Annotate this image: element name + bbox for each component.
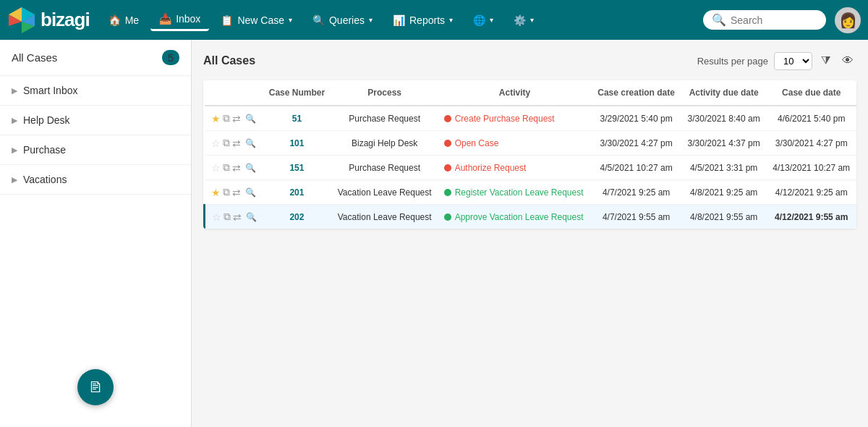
process-name: Purchase Request <box>349 163 420 173</box>
nav-reports[interactable]: 📊 Reports ▾ <box>384 10 461 30</box>
search-row-icon[interactable]: 🔍 <box>245 163 256 173</box>
delegate-icon[interactable]: ⇄ <box>232 162 241 174</box>
star-icon[interactable]: ☆ <box>211 138 221 149</box>
case-due-cell: 3/30/2021 4:27 pm <box>766 131 856 156</box>
search-input[interactable] <box>731 14 817 26</box>
filter-icon[interactable]: ⧩ <box>818 51 833 70</box>
reports-caret-icon: ▾ <box>449 16 453 24</box>
results-per-page-label: Results per page <box>697 56 768 67</box>
delegate-icon[interactable]: ⇄ <box>233 211 242 223</box>
activity-label[interactable]: Create Purchase Request <box>455 114 555 124</box>
activity-status-dot <box>444 140 451 147</box>
queries-caret-icon: ▾ <box>369 16 373 24</box>
delegate-icon[interactable]: ⇄ <box>232 138 241 149</box>
case-number[interactable]: 151 <box>289 163 304 173</box>
nav-queries[interactable]: 🔍 Queries ▾ <box>304 10 381 30</box>
row-actions-cell: ★ ⧉ ⇄ 🔍 <box>205 180 263 205</box>
activity-status-dot <box>444 115 451 122</box>
copy-icon[interactable]: ⧉ <box>223 186 230 198</box>
case-creation-date: 3/29/2021 5:40 pm <box>600 114 673 124</box>
header-row: Case Number Process Activity Case creati… <box>205 80 857 106</box>
activity-link[interactable]: Authorize Request <box>444 163 586 173</box>
table-row: ☆ ⧉ ⇄ 🔍 101 Bizagi Help Desk Open Case <box>205 131 857 156</box>
copy-icon[interactable]: ⧉ <box>224 211 231 223</box>
inbox-icon: 📥 <box>159 13 171 25</box>
process-name: Bizagi Help Desk <box>352 138 417 148</box>
nav-newcase-label: New Case <box>237 14 284 26</box>
nav-settings[interactable]: ⚙️ ▾ <box>505 10 542 30</box>
table-body: ★ ⧉ ⇄ 🔍 51 Purchase Request Create Purch… <box>205 106 857 229</box>
activity-due-cell: 4/8/2021 9:25 am <box>681 180 767 205</box>
search-row-icon[interactable]: 🔍 <box>246 212 257 222</box>
content-header: All Cases Results per page 10 25 50 ⧩ 👁 <box>203 51 856 70</box>
col-case-creation: Case creation date <box>591 80 681 106</box>
sidebar-item-purchase[interactable]: ▶ Purchase <box>0 135 191 165</box>
table-row: ☆ ⧉ ⇄ 🔍 151 Purchase Request Authorize R… <box>205 156 857 180</box>
activity-due-cell: 4/5/2021 3:31 pm <box>681 156 767 180</box>
activity-link[interactable]: Create Purchase Request <box>444 114 586 124</box>
col-activity-due: Activity due date <box>681 80 767 106</box>
case-number[interactable]: 202 <box>289 212 304 222</box>
activity-label[interactable]: Approve Vacation Leave Request <box>455 212 584 222</box>
activity-status-dot <box>444 164 451 172</box>
chevron-right-icon-smart: ▶ <box>12 86 17 96</box>
sidebar-item-vacations[interactable]: ▶ Vacations <box>0 165 191 195</box>
all-cases-header[interactable]: All Cases 5 <box>0 40 191 76</box>
activity-link[interactable]: Approve Vacation Leave Request <box>444 212 586 222</box>
content-title: All Cases <box>203 54 255 67</box>
case-due-date: 4/6/2021 5:40 pm <box>778 114 845 124</box>
row-actions-cell: ☆ ⧉ ⇄ 🔍 <box>205 156 263 180</box>
activity-label[interactable]: Authorize Request <box>455 163 527 173</box>
search-box[interactable]: 🔍 <box>703 10 826 30</box>
search-row-icon[interactable]: 🔍 <box>245 114 256 124</box>
delegate-icon[interactable]: ⇄ <box>232 113 241 124</box>
search-row-icon[interactable]: 🔍 <box>245 138 256 148</box>
case-number[interactable]: 201 <box>289 187 304 198</box>
row-actions-cell: ★ ⧉ ⇄ 🔍 <box>205 106 263 131</box>
avatar[interactable]: 👩 <box>835 7 861 33</box>
copy-icon[interactable]: ⧉ <box>223 161 230 174</box>
logo-area[interactable]: bizagi <box>7 6 90 35</box>
search-row-icon[interactable]: 🔍 <box>245 187 256 198</box>
case-creation-cell: 3/30/2021 4:27 pm <box>591 131 681 156</box>
sidebar-item-smart-inbox[interactable]: ▶ Smart Inbox <box>0 76 191 106</box>
star-icon[interactable]: ☆ <box>212 211 221 223</box>
case-due-date: 4/13/2021 10:27 am <box>773 163 850 173</box>
gear-icon: ⚙️ <box>514 14 526 26</box>
case-number[interactable]: 101 <box>289 138 304 148</box>
sidebar-help-desk-label: Help Desk <box>23 114 70 126</box>
copy-icon[interactable]: ⧉ <box>223 112 230 124</box>
nav-inbox[interactable]: 📥 Inbox <box>150 9 209 31</box>
activity-label[interactable]: Open Case <box>455 138 499 148</box>
search-icon: 🔍 <box>712 13 726 27</box>
reports-icon: 📊 <box>393 14 405 26</box>
results-per-page-select[interactable]: 10 25 50 <box>774 52 812 70</box>
nav-new-case[interactable]: 📋 New Case ▾ <box>212 10 301 30</box>
globe-icon: 🌐 <box>473 14 485 26</box>
nav-inbox-label: Inbox <box>176 13 200 25</box>
results-control: Results per page 10 25 50 ⧩ 👁 <box>697 51 856 70</box>
view-icon[interactable]: 👁 <box>839 51 856 70</box>
star-icon[interactable]: ☆ <box>211 162 221 174</box>
fab-button[interactable]: 🖹 <box>77 369 114 405</box>
cases-table: Case Number Process Activity Case creati… <box>203 80 856 229</box>
logo-text: bizagi <box>41 9 90 31</box>
nav-me[interactable]: 🏠 Me <box>100 10 148 30</box>
case-number-cell: 151 <box>263 156 331 180</box>
col-case-due: Case due date <box>766 80 856 106</box>
nav-globe[interactable]: 🌐 ▾ <box>464 10 502 30</box>
col-activity: Activity <box>438 80 592 106</box>
process-name: Vacation Leave Request <box>338 212 432 222</box>
case-number[interactable]: 51 <box>292 114 302 124</box>
copy-icon[interactable]: ⧉ <box>223 137 230 149</box>
star-icon[interactable]: ★ <box>211 113 221 124</box>
activity-label[interactable]: Register Vacation Leave Request <box>455 187 584 198</box>
activity-due-date: 4/5/2021 3:31 pm <box>690 163 757 173</box>
delegate-icon[interactable]: ⇄ <box>232 187 241 198</box>
star-icon[interactable]: ★ <box>211 187 221 198</box>
sidebar-item-help-desk[interactable]: ▶ Help Desk <box>0 106 191 135</box>
globe-caret-icon: ▾ <box>490 16 493 24</box>
activity-link[interactable]: Open Case <box>444 138 586 148</box>
activity-cell: Create Purchase Request <box>438 106 592 131</box>
activity-link[interactable]: Register Vacation Leave Request <box>444 187 586 198</box>
